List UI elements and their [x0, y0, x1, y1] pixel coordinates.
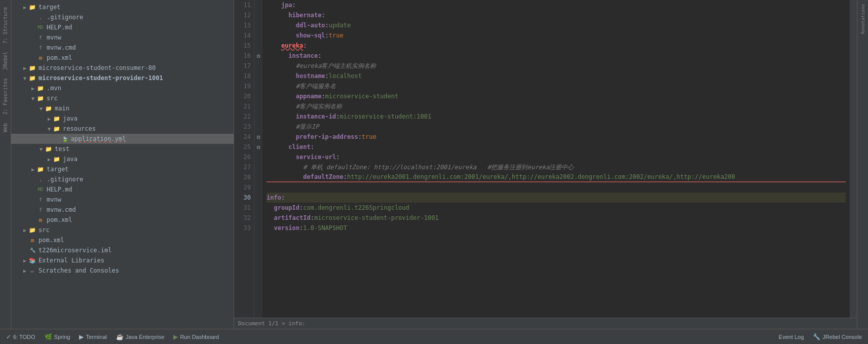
folder-icon: 📁	[45, 145, 53, 153]
spring-label: Spring	[54, 334, 70, 340]
tree-arrow[interactable]: ▼	[21, 75, 28, 81]
tree-item-target-2[interactable]: ▶ 📁 target	[11, 164, 234, 174]
tree-arrow[interactable]: ▶	[46, 157, 53, 162]
vtab-structure[interactable]: 7: Structure	[2, 5, 9, 46]
tree-item-gitignore-2[interactable]: . .gitignore	[11, 174, 234, 184]
tree-item-pomxml-root[interactable]: m pom.xml	[11, 235, 234, 245]
tree-item-mvn[interactable]: ▶ 📁 .mvn	[11, 83, 234, 93]
code-area[interactable]: jpa: hibernate: ddl-auto: update show-sq…	[262, 0, 850, 318]
tree-item-mvnw-2[interactable]: f mvnw	[11, 195, 234, 205]
bottom-toolbar: ✓ 6: TODO 🌿 Spring ▶ Terminal ☕ Java Ent…	[0, 329, 868, 344]
run-dashboard-button[interactable]: ▶ Run Dashboard	[169, 331, 223, 342]
vtab-jrebel[interactable]: JRebel	[2, 50, 9, 72]
scratches-icon: ✏️	[28, 266, 36, 275]
tree-item-external-libs[interactable]: ▶ 📚 External Libraries	[11, 255, 234, 265]
line-number: 30	[237, 193, 251, 203]
folder-icon: 📁	[28, 3, 36, 11]
tree-item-pomxml-2[interactable]: m pom.xml	[11, 215, 234, 225]
tree-item-scratches[interactable]: ▶ ✏️ Scratches and Consoles	[11, 265, 234, 276]
fold-marker-expand[interactable]: ⊟	[254, 132, 262, 142]
file-tree: ▶ 📁 target . .gitignore MD HELP.md	[11, 0, 234, 329]
tree-item-java-1[interactable]: ▶ 📁 java	[11, 113, 234, 124]
code-token: artifactId	[274, 213, 310, 223]
spring-button[interactable]: 🌿 Spring	[41, 331, 74, 342]
code-line-27: # 单机 defaultZone: http://localhost:2001/…	[267, 162, 846, 172]
tree-label: HELP.md	[47, 24, 72, 31]
code-token: :	[292, 0, 296, 10]
fold-marker-expand[interactable]: ⊟	[254, 51, 262, 61]
fold-marker-expand[interactable]: ⊟	[254, 142, 262, 152]
fold-markers: ⊟ ⊟ ⊟	[254, 0, 262, 318]
tree-item-consumer-80[interactable]: ▶ 📁 microservice-student-consumer-80	[11, 63, 234, 73]
tree-arrow[interactable]: ▶	[21, 5, 28, 10]
fold-marker	[254, 101, 262, 111]
java-enterprise-button[interactable]: ☕ Java Enterprise	[112, 331, 168, 342]
code-token: jpa	[281, 0, 292, 10]
terminal-button[interactable]: ▶ Terminal	[75, 331, 111, 342]
tree-label: mvnw.cmd	[47, 206, 76, 213]
tree-item-mvnw-1[interactable]: f mvnw	[11, 32, 234, 43]
code-token: # 单机 defaultZone: http://localhost:2001/…	[303, 162, 574, 172]
tree-item-mvnwcmd-1[interactable]: f mvnw.cmd	[11, 43, 234, 53]
line-number: 25	[237, 142, 251, 152]
tree-item-test[interactable]: ▼ 📁 test	[11, 144, 234, 154]
tree-arrow[interactable]: ▶	[46, 116, 53, 122]
tree-arrow[interactable]: ▶	[29, 167, 36, 172]
java-enterprise-icon: ☕	[116, 333, 124, 340]
tree-arrow[interactable]: ▼	[29, 96, 36, 101]
tree-arrow[interactable]: ▶	[21, 65, 28, 71]
code-line-14: show-sql: true	[267, 30, 846, 41]
tree-arrow[interactable]: ▼	[46, 126, 53, 132]
tree-arrow[interactable]: ▶	[21, 268, 28, 274]
code-line-17: #eureka客户端主机实例名称	[267, 61, 846, 71]
tree-item-main[interactable]: ▼ 📁 main	[11, 103, 234, 113]
code-token: localhost	[329, 71, 362, 81]
line-number: 23	[237, 122, 251, 132]
tree-item-resources[interactable]: ▼ 📁 resources	[11, 124, 234, 134]
tree-item-src[interactable]: ▼ 📁 src	[11, 93, 234, 103]
event-log-button[interactable]: Event Log	[775, 331, 808, 342]
tree-item-src-root[interactable]: ▶ 📁 src	[11, 225, 234, 235]
tree-label: pom.xml	[39, 237, 64, 244]
tree-item-helpmd-1[interactable]: MD HELP.md	[11, 22, 234, 32]
code-line-29	[267, 182, 846, 193]
tree-item-target[interactable]: ▶ 📁 target	[11, 2, 234, 12]
jrebel-console-button[interactable]: 🔧 JRebel Console	[809, 331, 866, 342]
tree-item-provider-1001[interactable]: ▼ 📁 microservice-student-provider-1001	[11, 73, 234, 83]
jrebel-icon: 🔧	[813, 333, 820, 340]
tree-item-gitignore-1[interactable]: . .gitignore	[11, 12, 234, 22]
tree-arrow[interactable]: ▶	[21, 227, 28, 233]
tree-arrow[interactable]: ▶	[21, 258, 28, 263]
tree-arrow[interactable]: ▼	[37, 106, 45, 111]
vtab-right-1[interactable]: Annotations	[859, 2, 866, 36]
fold-marker	[254, 20, 262, 30]
fold-marker	[254, 193, 262, 203]
tree-arrow[interactable]: ▶	[29, 86, 36, 91]
right-gutter[interactable]	[850, 0, 857, 318]
code-token: instance	[288, 51, 318, 61]
tree-label: target	[47, 166, 68, 173]
tree-label: src	[39, 226, 50, 234]
terminal-icon: ▶	[79, 333, 84, 340]
tree-item-appyml[interactable]: 🍃 application.yml	[11, 134, 234, 144]
code-token: :	[325, 30, 329, 41]
tree-item-pomxml-1[interactable]: m pom.xml	[11, 53, 234, 63]
vtab-web[interactable]: Web	[2, 121, 9, 134]
tree-label: target	[39, 4, 60, 11]
tree-arrow[interactable]: ▼	[37, 146, 45, 152]
vtab-favorites[interactable]: 2: Favorites	[2, 76, 9, 117]
todo-button[interactable]: ✓ 6: TODO	[2, 331, 40, 342]
line-number: 29	[237, 182, 251, 193]
line-number: 31	[237, 203, 251, 213]
tree-label: pom.xml	[47, 54, 72, 61]
line-number: 26	[237, 152, 251, 162]
tree-item-java-test[interactable]: ▶ 📁 java	[11, 154, 234, 164]
tree-item-helpmd-2[interactable]: MD HELP.md	[11, 184, 234, 195]
tree-label: mvnw.cmd	[47, 44, 76, 51]
tree-item-mvnwcmd-2[interactable]: f mvnw.cmd	[11, 205, 234, 215]
tree-item-iml[interactable]: 🔧 t226microservice.iml	[11, 245, 234, 255]
run-dashboard-icon: ▶	[173, 333, 178, 340]
code-line-33: version: 1.0-SNAPSHOT	[267, 223, 846, 233]
code-token: :	[303, 41, 307, 51]
terminal-label: Terminal	[86, 334, 107, 340]
